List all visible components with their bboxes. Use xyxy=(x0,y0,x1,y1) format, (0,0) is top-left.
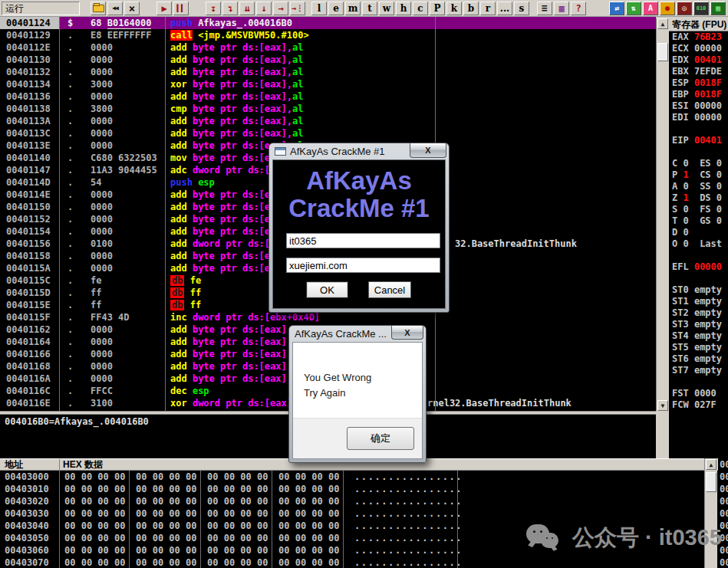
register-line[interactable]: ST1 empty xyxy=(669,296,728,307)
window-button-c[interactable]: c xyxy=(413,2,428,15)
scroll-down-icon[interactable]: ▼ xyxy=(657,400,668,411)
window-button-w[interactable]: w xyxy=(379,2,394,15)
disasm-row[interactable]: 00401132.0000add byte ptr ds:[eax],al xyxy=(0,66,656,78)
register-line[interactable]: ST0 empty xyxy=(669,284,728,296)
help-button[interactable]: ? xyxy=(571,2,586,15)
register-line[interactable]: ST4 empty xyxy=(669,330,728,342)
window-button-t[interactable]: t xyxy=(362,2,377,15)
animate-over-button[interactable]: ↓ xyxy=(256,2,272,15)
record-dot-button[interactable]: ● xyxy=(660,2,675,15)
status-runbox: 运行 xyxy=(2,2,80,15)
dump-row[interactable]: 0040300000 00 00 0000 00 00 0000 00 00 0… xyxy=(0,471,718,483)
window-button-r[interactable]: r xyxy=(480,2,496,15)
updown-arrows-button[interactable]: ⇅ xyxy=(626,2,641,15)
disasm-row[interactable]: 00401124$68 B0164000push Afkayas_.004016… xyxy=(0,17,656,29)
register-line[interactable]: EIP 00401 xyxy=(669,135,728,146)
step-over-button[interactable]: ↴ xyxy=(222,2,238,15)
register-line[interactable]: EDI 00000 xyxy=(669,112,728,123)
swap-arrows-button[interactable]: ⇄ xyxy=(609,2,624,15)
close-icon[interactable]: X xyxy=(391,326,423,340)
disasm-comment: 32.BaseThreadInitThunk xyxy=(455,238,577,250)
message-line2: Try Again xyxy=(304,386,371,401)
name-input[interactable] xyxy=(286,258,440,273)
window-button-b[interactable]: b xyxy=(463,2,479,15)
register-line[interactable]: D 0 xyxy=(669,227,728,238)
message-text: You Get Wrong Try Again xyxy=(304,370,371,401)
target-rings-button[interactable]: ◎ xyxy=(677,2,692,15)
register-line[interactable]: EBP 0018F xyxy=(669,89,728,100)
window-button-h[interactable]: h xyxy=(396,2,411,15)
register-line[interactable]: A 0 SS 0 xyxy=(669,181,728,192)
animate-into-button[interactable]: ⇊ xyxy=(239,2,255,15)
register-line[interactable]: C 0 ES 0 xyxy=(669,158,728,169)
disasm-row[interactable]: 00401136.0000add byte ptr ds:[eax],al xyxy=(0,90,656,103)
confirm-button[interactable]: 确定 xyxy=(347,427,414,450)
open-file-button[interactable] xyxy=(91,2,106,15)
execute-till-return-button[interactable]: → xyxy=(273,2,288,15)
disasm-row[interactable]: 0040115F.FF43 4Dinc dword ptr ds:[ebx+0x… xyxy=(0,311,656,323)
register-line[interactable]: ST2 empty xyxy=(669,307,728,319)
register-line[interactable]: FST 0000 xyxy=(669,388,728,399)
disasm-scrollbar[interactable]: ▲ ▼ xyxy=(656,18,668,411)
register-line[interactable]: ESP 0018F xyxy=(669,77,728,89)
registers-pane[interactable]: 寄存器 (FPU) EAX 76B23ECX 00000EDX 00401EBX… xyxy=(669,18,728,458)
memory-grid-button[interactable]: ▦ xyxy=(710,2,726,15)
register-spacer xyxy=(669,146,728,158)
window-button-P[interactable]: P xyxy=(430,2,445,15)
disasm-row[interactable]: 00401134.3000xor byte ptr ds:[eax],al xyxy=(0,78,656,90)
window-button-k[interactable]: k xyxy=(446,2,462,15)
serial-input[interactable] xyxy=(286,233,440,248)
disasm-row[interactable]: 00401138.3800cmp byte ptr ds:[eax],al xyxy=(0,103,656,115)
window-button-m[interactable]: m xyxy=(345,2,361,15)
window-button-s[interactable]: s xyxy=(514,2,529,15)
register-line[interactable]: EDX 00401 xyxy=(669,54,728,66)
register-line[interactable]: ST6 empty xyxy=(669,353,728,365)
run-button[interactable]: ▶ xyxy=(156,2,172,15)
disasm-row[interactable]: 00401130.0000add byte ptr ds:[eax],al xyxy=(0,54,656,66)
log-button[interactable]: ≡ xyxy=(537,2,552,15)
register-line[interactable]: ECX 00000 xyxy=(669,43,728,54)
window-button-l[interactable]: l xyxy=(311,2,327,15)
register-line[interactable]: EAX 76B23 xyxy=(669,31,728,43)
window-button-dotdotdot[interactable]: ... xyxy=(497,2,512,15)
scroll-thumb[interactable] xyxy=(657,43,668,61)
register-line[interactable]: FCW 027F xyxy=(669,399,728,411)
window-button-e[interactable]: e xyxy=(328,2,344,15)
ok-button[interactable]: OK xyxy=(306,281,348,298)
go-to-button[interactable]: →⋮ xyxy=(290,2,305,15)
binary-chip-button[interactable]: 010 xyxy=(693,2,709,15)
disasm-row[interactable]: 0040112E.0000add byte ptr ds:[eax],al xyxy=(0,41,656,54)
register-line[interactable]: ST5 empty xyxy=(669,342,728,353)
crackme-heading-line1: AfKayAs xyxy=(273,167,445,195)
step-into-button[interactable]: ↧ xyxy=(206,2,221,15)
dump-row[interactable]: 0040302000 00 00 0000 00 00 0000 00 00 0… xyxy=(0,495,718,507)
dump-divider-1 xyxy=(59,471,60,568)
toolbar-tail-buttons: ≡▦? xyxy=(537,2,586,15)
restart-button[interactable]: ◀◀ xyxy=(107,2,123,15)
close-button[interactable]: × xyxy=(124,2,140,15)
assembler-a-button[interactable]: A xyxy=(643,2,658,15)
pause-button[interactable]: ▍▍ xyxy=(173,2,189,15)
scroll-up-icon[interactable]: ▲ xyxy=(706,459,716,470)
register-line[interactable]: EFL 00000 xyxy=(669,261,728,273)
close-icon[interactable]: X xyxy=(410,143,446,158)
disasm-row[interactable]: 0040113A.0000add byte ptr ds:[eax],al xyxy=(0,115,656,127)
register-line[interactable]: Z 1 DS 0 xyxy=(669,192,728,204)
register-line[interactable]: S 0 FS 0 xyxy=(669,204,728,215)
register-line[interactable]: ESI 00000 xyxy=(669,100,728,112)
register-line[interactable]: ST3 empty xyxy=(669,319,728,330)
disasm-row[interactable]: 0040113C.0000add byte ptr ds:[eax],al xyxy=(0,127,656,140)
disasm-row[interactable]: 00401129.E8 EEFFFFFFcall <jmp.&MSVBVM50.… xyxy=(0,29,656,41)
scroll-thumb[interactable] xyxy=(706,472,716,492)
dump-row[interactable]: 0040307000 00 00 0000 00 00 0000 00 00 0… xyxy=(0,557,718,568)
cancel-button[interactable]: Cancel xyxy=(368,281,411,298)
scroll-up-icon[interactable]: ▲ xyxy=(657,18,668,29)
register-line[interactable]: EBX 7EFDE xyxy=(669,66,728,77)
register-line[interactable]: ST7 empty xyxy=(669,365,728,376)
register-line[interactable]: T 0 GS 0 xyxy=(669,215,728,227)
dump-row[interactable]: 0040301000 00 00 0000 00 00 0000 00 00 0… xyxy=(0,483,718,495)
windows-button[interactable]: ▦ xyxy=(554,2,569,15)
register-line[interactable]: O 0 Last xyxy=(669,238,728,250)
register-line[interactable]: P 1 CS 0 xyxy=(669,169,728,181)
message-dialog-footer: 确定 xyxy=(293,418,422,458)
